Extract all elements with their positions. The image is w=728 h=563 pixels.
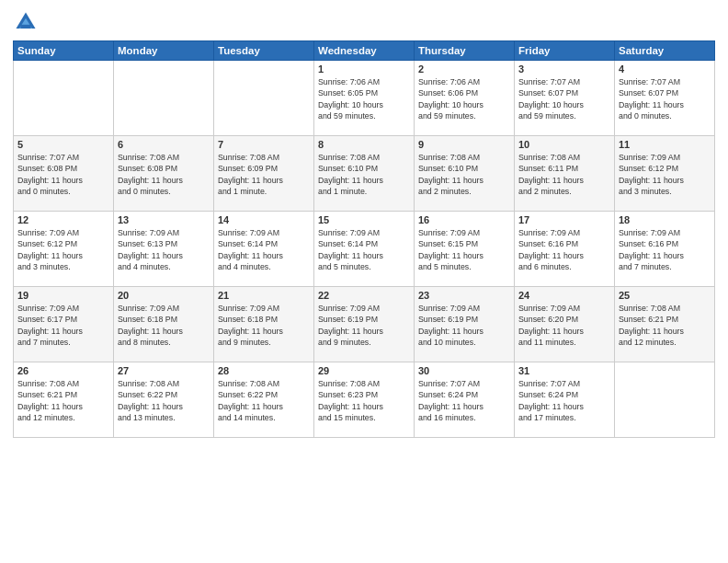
calendar-cell: 26Sunrise: 7:08 AM Sunset: 6:21 PM Dayli… xyxy=(14,362,114,438)
calendar-cell: 8Sunrise: 7:08 AM Sunset: 6:10 PM Daylig… xyxy=(314,136,415,212)
day-number: 21 xyxy=(218,290,310,301)
logo-icon xyxy=(13,9,39,35)
day-number: 20 xyxy=(118,290,210,301)
day-info: Sunrise: 7:09 AM Sunset: 6:15 PM Dayligh… xyxy=(418,227,510,272)
day-number: 11 xyxy=(619,139,711,150)
calendar-week-row: 5Sunrise: 7:07 AM Sunset: 6:08 PM Daylig… xyxy=(14,136,715,212)
calendar-cell: 23Sunrise: 7:09 AM Sunset: 6:19 PM Dayli… xyxy=(415,287,515,362)
calendar-cell: 22Sunrise: 7:09 AM Sunset: 6:19 PM Dayli… xyxy=(314,287,415,362)
calendar-cell: 25Sunrise: 7:08 AM Sunset: 6:21 PM Dayli… xyxy=(615,287,715,362)
day-number: 14 xyxy=(218,214,310,225)
day-number: 8 xyxy=(318,139,410,150)
day-number: 1 xyxy=(318,63,410,75)
day-info: Sunrise: 7:09 AM Sunset: 6:14 PM Dayligh… xyxy=(218,227,310,272)
calendar-cell: 21Sunrise: 7:09 AM Sunset: 6:18 PM Dayli… xyxy=(214,287,314,362)
calendar-header-monday: Monday xyxy=(114,41,214,61)
logo xyxy=(13,9,42,35)
calendar-cell: 7Sunrise: 7:08 AM Sunset: 6:09 PM Daylig… xyxy=(214,136,314,212)
calendar-header-sunday: Sunday xyxy=(14,41,114,61)
day-info: Sunrise: 7:09 AM Sunset: 6:12 PM Dayligh… xyxy=(619,152,711,197)
day-number: 31 xyxy=(518,365,610,376)
day-info: Sunrise: 7:08 AM Sunset: 6:22 PM Dayligh… xyxy=(218,378,310,423)
day-info: Sunrise: 7:08 AM Sunset: 6:09 PM Dayligh… xyxy=(218,152,310,197)
day-info: Sunrise: 7:08 AM Sunset: 6:10 PM Dayligh… xyxy=(318,152,410,197)
day-number: 18 xyxy=(619,214,711,225)
day-number: 6 xyxy=(118,139,210,150)
day-info: Sunrise: 7:09 AM Sunset: 6:18 PM Dayligh… xyxy=(118,303,210,348)
day-info: Sunrise: 7:06 AM Sunset: 6:05 PM Dayligh… xyxy=(318,76,410,121)
svg-rect-2 xyxy=(20,25,30,29)
day-info: Sunrise: 7:09 AM Sunset: 6:18 PM Dayligh… xyxy=(218,303,310,348)
day-info: Sunrise: 7:08 AM Sunset: 6:22 PM Dayligh… xyxy=(118,378,210,423)
day-info: Sunrise: 7:08 AM Sunset: 6:11 PM Dayligh… xyxy=(518,152,610,197)
day-info: Sunrise: 7:07 AM Sunset: 6:07 PM Dayligh… xyxy=(619,76,711,121)
calendar-cell xyxy=(14,61,114,136)
calendar-header-friday: Friday xyxy=(515,41,615,61)
day-info: Sunrise: 7:06 AM Sunset: 6:06 PM Dayligh… xyxy=(418,76,510,121)
calendar-cell: 28Sunrise: 7:08 AM Sunset: 6:22 PM Dayli… xyxy=(214,362,314,438)
day-number: 22 xyxy=(318,290,410,301)
day-info: Sunrise: 7:07 AM Sunset: 6:24 PM Dayligh… xyxy=(518,378,610,423)
day-number: 7 xyxy=(218,139,310,150)
day-number: 26 xyxy=(17,365,109,376)
day-number: 24 xyxy=(518,290,610,301)
calendar-cell: 29Sunrise: 7:08 AM Sunset: 6:23 PM Dayli… xyxy=(314,362,415,438)
calendar-header-wednesday: Wednesday xyxy=(314,41,415,61)
calendar-cell: 11Sunrise: 7:09 AM Sunset: 6:12 PM Dayli… xyxy=(615,136,715,212)
calendar-cell: 20Sunrise: 7:09 AM Sunset: 6:18 PM Dayli… xyxy=(114,287,214,362)
day-number: 29 xyxy=(318,365,410,376)
calendar-cell xyxy=(114,61,214,136)
day-number: 28 xyxy=(218,365,310,376)
calendar-cell: 19Sunrise: 7:09 AM Sunset: 6:17 PM Dayli… xyxy=(14,287,114,362)
day-number: 13 xyxy=(118,214,210,225)
day-number: 16 xyxy=(418,214,510,225)
calendar-cell: 15Sunrise: 7:09 AM Sunset: 6:14 PM Dayli… xyxy=(314,212,415,287)
day-info: Sunrise: 7:08 AM Sunset: 6:21 PM Dayligh… xyxy=(17,378,109,423)
calendar-week-row: 1Sunrise: 7:06 AM Sunset: 6:05 PM Daylig… xyxy=(14,61,715,136)
day-number: 10 xyxy=(518,139,610,150)
day-info: Sunrise: 7:07 AM Sunset: 6:24 PM Dayligh… xyxy=(418,378,510,423)
day-number: 3 xyxy=(518,63,610,75)
day-number: 12 xyxy=(17,214,109,225)
calendar-header-tuesday: Tuesday xyxy=(214,41,314,61)
day-info: Sunrise: 7:08 AM Sunset: 6:10 PM Dayligh… xyxy=(418,152,510,197)
day-info: Sunrise: 7:09 AM Sunset: 6:16 PM Dayligh… xyxy=(619,227,711,272)
day-info: Sunrise: 7:07 AM Sunset: 6:08 PM Dayligh… xyxy=(17,152,109,197)
page: SundayMondayTuesdayWednesdayThursdayFrid… xyxy=(0,0,728,563)
day-info: Sunrise: 7:09 AM Sunset: 6:14 PM Dayligh… xyxy=(318,227,410,272)
calendar-cell: 4Sunrise: 7:07 AM Sunset: 6:07 PM Daylig… xyxy=(615,61,715,136)
day-info: Sunrise: 7:07 AM Sunset: 6:07 PM Dayligh… xyxy=(518,76,610,121)
calendar-cell: 16Sunrise: 7:09 AM Sunset: 6:15 PM Dayli… xyxy=(415,212,515,287)
day-info: Sunrise: 7:09 AM Sunset: 6:19 PM Dayligh… xyxy=(418,303,510,348)
calendar-cell: 13Sunrise: 7:09 AM Sunset: 6:13 PM Dayli… xyxy=(114,212,214,287)
day-number: 4 xyxy=(619,63,711,75)
day-info: Sunrise: 7:09 AM Sunset: 6:12 PM Dayligh… xyxy=(17,227,109,272)
calendar-cell: 3Sunrise: 7:07 AM Sunset: 6:07 PM Daylig… xyxy=(515,61,615,136)
calendar-cell: 2Sunrise: 7:06 AM Sunset: 6:06 PM Daylig… xyxy=(415,61,515,136)
calendar-week-row: 26Sunrise: 7:08 AM Sunset: 6:21 PM Dayli… xyxy=(14,362,715,438)
calendar-week-row: 19Sunrise: 7:09 AM Sunset: 6:17 PM Dayli… xyxy=(14,287,715,362)
calendar-header-thursday: Thursday xyxy=(415,41,515,61)
calendar-cell xyxy=(615,362,715,438)
calendar-cell: 1Sunrise: 7:06 AM Sunset: 6:05 PM Daylig… xyxy=(314,61,415,136)
day-number: 2 xyxy=(418,63,510,75)
day-info: Sunrise: 7:08 AM Sunset: 6:23 PM Dayligh… xyxy=(318,378,410,423)
day-number: 25 xyxy=(619,290,711,301)
calendar-week-row: 12Sunrise: 7:09 AM Sunset: 6:12 PM Dayli… xyxy=(14,212,715,287)
day-number: 27 xyxy=(118,365,210,376)
calendar-header-row: SundayMondayTuesdayWednesdayThursdayFrid… xyxy=(14,41,715,61)
day-info: Sunrise: 7:09 AM Sunset: 6:16 PM Dayligh… xyxy=(518,227,610,272)
calendar-cell: 24Sunrise: 7:09 AM Sunset: 6:20 PM Dayli… xyxy=(515,287,615,362)
day-number: 17 xyxy=(518,214,610,225)
calendar-cell: 17Sunrise: 7:09 AM Sunset: 6:16 PM Dayli… xyxy=(515,212,615,287)
calendar: SundayMondayTuesdayWednesdayThursdayFrid… xyxy=(13,40,715,438)
day-info: Sunrise: 7:09 AM Sunset: 6:17 PM Dayligh… xyxy=(17,303,109,348)
day-info: Sunrise: 7:09 AM Sunset: 6:19 PM Dayligh… xyxy=(318,303,410,348)
calendar-header-saturday: Saturday xyxy=(615,41,715,61)
day-number: 5 xyxy=(17,139,109,150)
day-number: 30 xyxy=(418,365,510,376)
day-number: 9 xyxy=(418,139,510,150)
calendar-cell: 6Sunrise: 7:08 AM Sunset: 6:08 PM Daylig… xyxy=(114,136,214,212)
calendar-cell: 31Sunrise: 7:07 AM Sunset: 6:24 PM Dayli… xyxy=(515,362,615,438)
calendar-cell: 12Sunrise: 7:09 AM Sunset: 6:12 PM Dayli… xyxy=(14,212,114,287)
